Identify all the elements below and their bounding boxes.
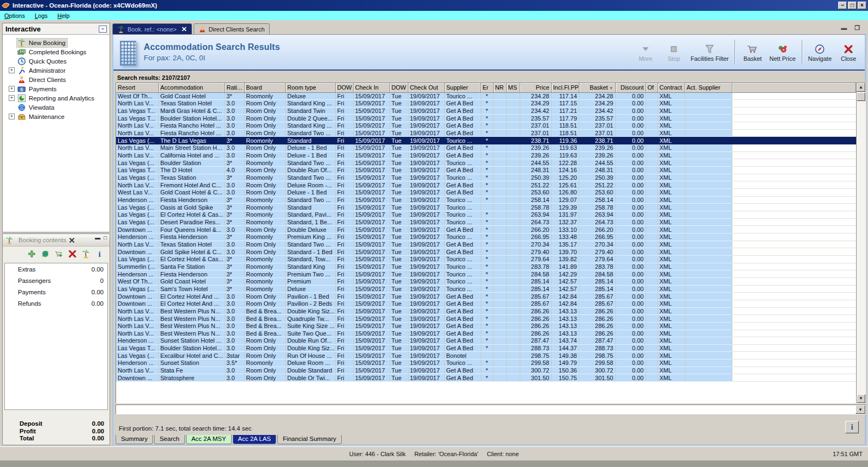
expander-plus-icon[interactable]: +	[9, 113, 15, 119]
table-row[interactable]: North Las V...Best Western Plus N...3.0B…	[116, 322, 856, 330]
table-row[interactable]: Las Vegas T...Boulder Station Hotel...3.…	[116, 115, 856, 122]
column-header-act-supplier[interactable]: Act. Supplier	[685, 83, 732, 92]
sidebar-collapse-button[interactable]: −	[99, 26, 107, 33]
tab-book-ref-none[interactable]: Book. ref.: <none>	[112, 23, 192, 34]
column-header-accommodation[interactable]: Accommodation	[158, 83, 225, 92]
table-row[interactable]: Downtown ...El Cortez Hotel And ...3.0Ro…	[116, 300, 856, 307]
table-row[interactable]: Las Vegas (...Texas Station3*RoomonlySta…	[116, 174, 856, 181]
booking-contents-minimize-icon[interactable]: ▬	[95, 235, 100, 241]
menu-options[interactable]: Options	[4, 12, 25, 19]
sidebar-item-viewdata[interactable]: Viewdata	[3, 103, 110, 112]
sidebar-item-quick-quotes[interactable]: Quick Quotes	[3, 56, 110, 66]
toolbar-close-button[interactable]: Close	[834, 42, 863, 62]
menu-help[interactable]: Help	[58, 12, 70, 19]
column-header-basket[interactable]: Basket▼	[579, 83, 615, 92]
column-header-supplier[interactable]: Supplier	[444, 83, 481, 92]
table-row[interactable]: North Las V...Main Street Station H...3.…	[116, 144, 856, 152]
filter-combobox[interactable]: ▼	[116, 405, 866, 414]
sidebar-item-payments[interactable]: +$Payments	[3, 84, 110, 93]
window-close-button[interactable]: ×	[858, 2, 866, 9]
table-row[interactable]: Henderson ...Fiesta Henderson3*RoomonlyP…	[116, 233, 856, 241]
bottom-tab-acc-2a-las[interactable]: Acc 2A LAS	[233, 435, 277, 444]
column-header-price[interactable]: Price	[520, 83, 551, 92]
table-row[interactable]: North Las V...Best Western Plus N...3.0B…	[116, 330, 856, 337]
expander-plus-icon[interactable]: +	[9, 86, 15, 92]
table-row[interactable]: North Las V...Texas Station Hotel3.0Room…	[116, 241, 856, 248]
refresh-icon[interactable]	[41, 249, 50, 258]
expander-plus-icon[interactable]: +	[9, 95, 15, 101]
column-header-resort[interactable]: Resort	[116, 83, 158, 92]
table-row[interactable]: North Las V...Best Western Plus N...3.0B…	[116, 315, 856, 323]
add-item-icon[interactable]	[27, 249, 36, 258]
expander-plus-icon[interactable]: +	[9, 67, 15, 73]
vertical-scrollbar[interactable]: ▲ ▼	[856, 83, 865, 403]
sidebar-item-direct-clients[interactable]: Direct Clients	[3, 75, 110, 84]
table-row[interactable]: Las Vegas (...El Cortez Hotel & Cas...3*…	[116, 255, 856, 263]
table-row[interactable]: Henderson ...Fiesta Henderson3*RoomonlyP…	[116, 270, 856, 278]
booking-item-payments[interactable]: Payments0.00	[5, 286, 107, 298]
table-row[interactable]: Las Vegas (...Sam's Town Hotel3*Roomonly…	[116, 285, 856, 293]
column-header-incl-fl-pp[interactable]: Incl.Fl.PP	[551, 83, 579, 92]
scrollbar-thumb[interactable]	[857, 92, 865, 101]
booking-contents-maximize-icon[interactable]: □	[104, 235, 107, 241]
bottom-tab-financial-summary[interactable]: Financial Summary	[277, 435, 341, 444]
table-row[interactable]: Downtown ...Stratosphere3.0Room OnlyDoub…	[116, 374, 856, 382]
booking-item-refunds[interactable]: Refunds0.00	[5, 298, 107, 309]
sidebar-item-maintenance[interactable]: +Maintenance	[3, 112, 110, 121]
bottom-tab-search[interactable]: Search	[154, 435, 184, 444]
table-row[interactable]: Las Vegas T...Mardi Gras Hotel & C...3.0…	[116, 107, 856, 115]
scroll-up-icon[interactable]: ▲	[857, 83, 865, 92]
table-row[interactable]: Las Vegas T...Boulder Station Hotel...3.…	[116, 344, 856, 352]
add-to-basket-icon[interactable]	[54, 249, 63, 258]
table-row[interactable]: Downtown ...Gold Spike Hotel & C...3.0Ro…	[116, 248, 856, 256]
table-row[interactable]: Las Vegas (...Excalibur Hotel and C...3s…	[116, 352, 856, 359]
booking-item-passengers[interactable]: Passengers0	[5, 275, 107, 286]
table-row[interactable]: North Las V...Best Western Plus N...3.0B…	[116, 307, 856, 315]
toolbar-facilities-filter-button[interactable]: Facilities Filter	[688, 42, 731, 62]
toolbar-navigate-button[interactable]: Navigate	[806, 42, 834, 62]
table-row[interactable]: North Las V...Fremont Hotel And C...3.0R…	[116, 181, 856, 189]
table-row[interactable]: Las Vegas (...El Cortez Hotel & Cas...3*…	[116, 211, 856, 219]
table-row[interactable]: North Las V...Fiesta Rancho Hotel ...3.0…	[116, 129, 856, 137]
column-header-of[interactable]: Of	[646, 83, 658, 92]
table-row[interactable]: Henderson ...Sunset Station3.5*RoomonlyD…	[116, 359, 856, 367]
column-header-ms[interactable]: MS	[506, 83, 520, 92]
menu-logs[interactable]: Logs	[35, 12, 48, 19]
tab-direct-clients-search[interactable]: Direct Clients Search	[194, 23, 270, 34]
bottom-tab-summary[interactable]: Summary	[116, 435, 153, 444]
column-header-nr[interactable]: NR	[493, 83, 506, 92]
sidebar-item-administrator[interactable]: +Administrator	[3, 66, 110, 75]
table-row[interactable]: Henderson ...Fiesta Henderson3*RoomonlyS…	[116, 196, 856, 204]
table-row[interactable]: Downtown ...Four Queens Hotel &...3.0Roo…	[116, 226, 856, 234]
column-header-check-out[interactable]: Check Out	[408, 83, 444, 92]
table-row[interactable]: North Las V...Fiesta Rancho Hotel ...3.0…	[116, 122, 856, 130]
sidebar-item-reporting-and-analytics[interactable]: +Reporting and Analytics	[3, 93, 110, 103]
booking-contents-titlebar[interactable]: Booking contents ▬ □	[3, 234, 110, 247]
column-header-rati[interactable]: Rati...	[225, 83, 244, 92]
panel-restore-icon[interactable]: ❐	[854, 24, 860, 31]
delete-icon[interactable]	[68, 249, 77, 258]
column-header-contract[interactable]: Contract	[658, 83, 685, 92]
table-row[interactable]: Las Vegas (...Boulder Station3*RoomonlyS…	[116, 159, 856, 167]
table-row[interactable]: Las Vegas (...Oasis at Gold Spike3*Roomo…	[116, 204, 856, 211]
table-row[interactable]: West Of Th...Gold Coast Hotel3*RoomonlyP…	[116, 277, 856, 285]
column-header-discount[interactable]: Discount	[615, 83, 646, 92]
booking-contents-close-icon[interactable]	[68, 237, 75, 244]
toolbar-basket-button[interactable]: Basket	[738, 42, 767, 62]
column-header-er[interactable]: Er	[481, 83, 493, 92]
scroll-down-icon[interactable]: ▼	[857, 394, 865, 403]
table-row[interactable]: Henderson ...Sunset Station Hotel ...3.0…	[116, 337, 856, 345]
table-row[interactable]: Summerlin (...Santa Fe Station3*Roomonly…	[116, 263, 856, 270]
sidebar-item-completed-bookings[interactable]: Completed Bookings	[3, 47, 110, 56]
table-row[interactable]: North Las V...Stata Fe3.0Room OnlyDouble…	[116, 367, 856, 374]
sidebar-item-new-booking[interactable]: New Booking	[3, 38, 110, 47]
bottom-tab-acc-2a-msy[interactable]: Acc 2A MSY	[186, 435, 232, 444]
column-header-dow[interactable]: DOW	[335, 83, 353, 92]
window-restore-button[interactable]: □	[848, 2, 857, 9]
column-header-dow[interactable]: DOW	[390, 83, 408, 92]
column-header-board[interactable]: Board	[244, 83, 285, 92]
tab-close-icon[interactable]	[181, 26, 187, 32]
info-icon[interactable]: i	[95, 249, 104, 258]
table-row[interactable]: North Las V...Texas Station Hotel3.0Room…	[116, 100, 856, 108]
toolbar-nett-price-button[interactable]: Nett Price	[767, 42, 798, 62]
